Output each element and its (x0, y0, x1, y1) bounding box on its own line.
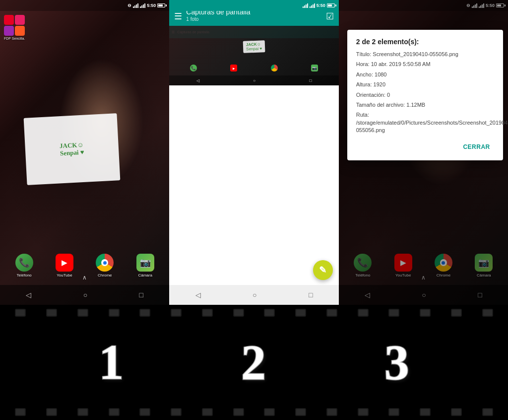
hole (451, 309, 462, 317)
camera-icon: 📷 (136, 254, 154, 272)
filmstrip: 1 2 3 (0, 305, 508, 420)
home-button-1[interactable]: ○ (83, 291, 87, 299)
jack-text-line2: Senpai ♥ (60, 149, 84, 157)
dialog-title: 2 de 2 elemento(s): (356, 38, 494, 46)
hole (326, 309, 337, 317)
app-icon-pink[interactable] (15, 15, 25, 25)
film-number-1: 1 (99, 338, 123, 387)
back-button-2[interactable]: ◁ (195, 291, 201, 299)
dialog-row-tamano: Tamaño del archivo: 1.12MB (356, 101, 494, 109)
back-button-1[interactable]: ◁ (26, 291, 31, 299)
status-bar-1: ⊖ 5:50 (0, 0, 169, 11)
hole (139, 408, 150, 416)
hole (358, 408, 369, 416)
filmstrip-holes-bottom (0, 408, 508, 416)
check-icon[interactable]: ☑ (326, 11, 334, 22)
battery-icon-1 (157, 3, 165, 7)
camera-label: Cámara (138, 273, 152, 278)
status-bar-2: 5:50 (169, 0, 338, 11)
hole (139, 309, 150, 317)
youtube-label: YouTube (57, 273, 72, 278)
dialog-row-hora: Hora: 10 abr. 2019 5:50:58 AM (356, 61, 494, 68)
wifi-icon-2 (303, 3, 308, 8)
hole (15, 309, 26, 317)
hole (109, 309, 120, 317)
home-button-2[interactable]: ○ (253, 291, 256, 299)
info-dialog: 2 de 2 elemento(s): Título: Screenshot_2… (347, 30, 503, 160)
hole (264, 309, 275, 317)
hole (420, 309, 431, 317)
phone-screen-3: 📞 Teléfono ▶ YouTube Chrome (339, 0, 508, 305)
phone-screen-2: 5:50 ☰ Capturas de pantalla 1 foto ☑ ☰ C… (169, 0, 338, 305)
close-button[interactable]: CERRAR (459, 141, 494, 152)
hole (295, 408, 306, 416)
gallery-content: ☰ Capturas de pantalla JACK☺ Senpai ♥ 📞 … (169, 26, 338, 285)
hole (77, 408, 88, 416)
status-icons-2: 5:50 (303, 3, 335, 8)
hole (420, 408, 431, 416)
chrome-icon (96, 254, 114, 272)
gallery-empty-area (169, 85, 338, 234)
youtube-app-icon[interactable]: ▶ YouTube (56, 254, 73, 278)
pinterest-icon[interactable] (4, 15, 14, 25)
dialog-row-ancho: Ancho: 1080 (356, 71, 494, 78)
hole (202, 309, 213, 317)
recent-button-2[interactable]: □ (309, 291, 313, 299)
screenshot-thumbnail[interactable]: ☰ Capturas de pantalla JACK☺ Senpai ♥ 📞 … (169, 26, 338, 85)
nav-bar-2: ◁ ○ □ (169, 285, 338, 305)
fdp-app-cluster: FDP Sencilla. (4, 15, 25, 40)
hole (388, 309, 399, 317)
app-icon-orange[interactable] (15, 26, 25, 36)
recent-button-1[interactable]: □ (139, 291, 143, 299)
phone-screen-1: FDP Sencilla. JACK☺ Senpai ♥ 📞 Teléfono … (0, 0, 169, 305)
hole (46, 309, 57, 317)
phone-app-icon[interactable]: 📞 Teléfono (15, 254, 33, 278)
dialog-row-orientacion: Orientación: 0 (356, 91, 494, 99)
time-1: 5:50 (147, 3, 156, 8)
hole (171, 408, 182, 416)
hole (388, 408, 399, 416)
chrome-app-icon[interactable]: Chrome (96, 254, 114, 278)
hole (233, 408, 244, 416)
hole (171, 309, 182, 317)
nav-bar-1: ◁ ○ □ (0, 285, 169, 305)
battery-icon-2 (327, 3, 335, 7)
dialog-row-ruta: Ruta: /storage/emulated/0/Pictures/Scree… (356, 111, 494, 134)
youtube-icon: ▶ (56, 254, 73, 272)
wifi-icon (133, 3, 138, 8)
phone-screens-container: FDP Sencilla. JACK☺ Senpai ♥ 📞 Teléfono … (0, 0, 508, 305)
hole (482, 408, 493, 416)
film-number-2: 2 (241, 338, 266, 387)
hole (482, 309, 493, 317)
hole (295, 309, 306, 317)
chevron-up-icon: ∧ (82, 274, 87, 281)
filmstrip-numbers: 1 2 3 (0, 338, 508, 387)
app-icon-purple[interactable] (4, 26, 14, 36)
status-icons-1: ⊖ 5:50 (127, 3, 165, 8)
phone-label: Teléfono (17, 273, 32, 278)
dialog-row-altura: Altura: 1920 (356, 81, 494, 88)
jack-sign: JACK☺ Senpai ♥ (24, 113, 121, 185)
time-2: 5:50 (317, 3, 325, 8)
hole (358, 309, 369, 317)
signal-icon-2 (310, 3, 315, 8)
hole (451, 408, 462, 416)
hole (233, 309, 244, 317)
hole (264, 408, 275, 416)
hole (109, 408, 120, 416)
dialog-row-title: Título: Screenshot_20190410-055056.png (356, 51, 494, 58)
menu-icon[interactable]: ☰ (174, 11, 182, 22)
hole (15, 408, 26, 416)
gallery-subtitle: 1 foto (186, 16, 321, 22)
hole (46, 408, 57, 416)
fab-button[interactable]: ✎ (313, 260, 333, 280)
signal-icon (140, 3, 145, 8)
camera-app-icon[interactable]: 📷 Cámara (136, 254, 154, 278)
hole (326, 408, 337, 416)
phone-icon: 📞 (15, 254, 33, 272)
fdp-label: FDP Sencilla. (4, 37, 25, 40)
dialog-actions: CERRAR (356, 141, 494, 152)
hole (77, 309, 88, 317)
hole (202, 408, 213, 416)
chrome-label: Chrome (98, 273, 112, 278)
